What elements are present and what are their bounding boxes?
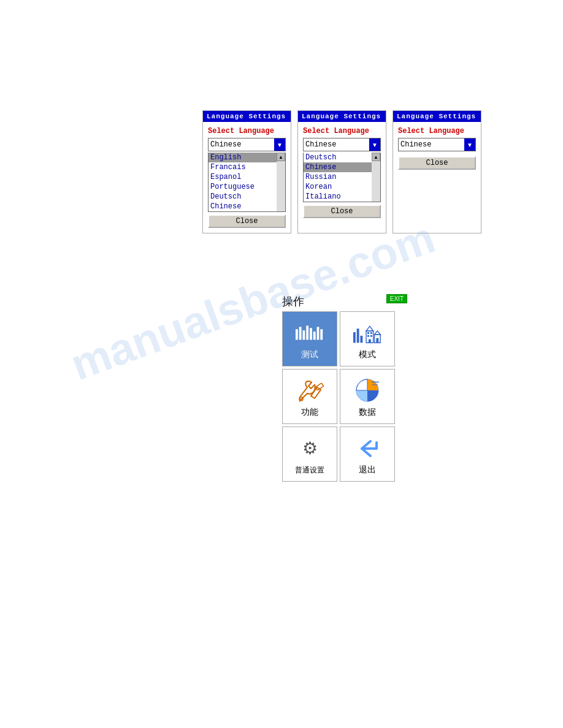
panel-1-item-chinese[interactable]: Chinese: [209, 202, 277, 211]
svg-rect-5: [313, 332, 316, 339]
panel-2-listbox: Deutsch Chinese Russian Korean Italiano …: [303, 153, 381, 202]
svg-rect-1: [299, 327, 302, 339]
panel-2-scroll-up[interactable]: ▲: [372, 153, 380, 161]
panel-3-close-button[interactable]: Close: [398, 156, 476, 170]
panel-2-item-deutsch[interactable]: Deutsch: [304, 153, 372, 162]
panel-1-scroll-track: [277, 161, 285, 211]
function-label: 功能: [301, 407, 318, 418]
function-icon: [294, 375, 325, 406]
svg-rect-6: [317, 327, 320, 339]
svg-rect-2: [302, 330, 305, 339]
svg-rect-20: [376, 338, 378, 343]
settings-text-icon: ⚙: [302, 438, 318, 458]
settings-label: 普通设置: [295, 465, 324, 476]
panel-2-item-russian[interactable]: Russian: [304, 172, 372, 182]
svg-rect-9: [357, 328, 359, 343]
back-icon: [352, 433, 383, 463]
panel-3-dropdown[interactable]: Chinese ▼: [398, 138, 476, 151]
panel-3-dropdown-arrow[interactable]: ▼: [464, 138, 475, 151]
panel-1-select-label: Select Language: [208, 127, 286, 135]
panel-1-title: Language Settings: [203, 111, 291, 122]
data-button[interactable]: 数据: [340, 369, 395, 424]
svg-rect-12: [367, 332, 369, 334]
svg-rect-3: [306, 325, 308, 339]
panel-2-select-label: Select Language: [303, 127, 381, 135]
test-label: 测试: [301, 349, 318, 360]
panel-2-selected-value: Chinese: [304, 140, 369, 150]
panel-2-close-button[interactable]: Close: [303, 205, 381, 218]
back-button[interactable]: 退出: [340, 427, 395, 482]
panel-1-selected-value: Chinese: [209, 140, 274, 150]
mode-label: 模式: [359, 349, 376, 360]
svg-rect-25: [372, 384, 378, 385]
panel-3-title: Language Settings: [393, 111, 481, 122]
panel-1-item-deutsch[interactable]: Deutsch: [209, 192, 277, 202]
language-panel-1: Language Settings Select Language Chines…: [202, 110, 291, 233]
settings-button[interactable]: ⚙ 普通设置: [282, 427, 337, 482]
panel-1-scrollbar[interactable]: ▲: [277, 153, 285, 211]
panel-1-item-english[interactable]: English: [209, 153, 277, 162]
test-icon: [294, 317, 325, 348]
svg-rect-24: [372, 381, 379, 383]
panel-2-item-korean[interactable]: Korean: [304, 182, 372, 192]
panel-2-item-italiano[interactable]: Italiano: [304, 192, 372, 202]
svg-rect-13: [370, 332, 372, 334]
exit-small-button[interactable]: EXIT: [386, 294, 407, 303]
svg-marker-17: [366, 326, 373, 331]
language-panel-2: Language Settings Select Language Chines…: [297, 110, 386, 233]
panel-2-scroll-track: [372, 161, 380, 202]
test-button[interactable]: 测试: [282, 311, 337, 366]
svg-rect-21: [315, 383, 323, 390]
function-button[interactable]: 功能: [282, 369, 337, 424]
panel-1-close-button[interactable]: Close: [208, 214, 286, 228]
language-panel-3: Language Settings Select Language Chines…: [393, 110, 481, 233]
panel-2-dropdown[interactable]: Chinese ▼: [303, 138, 381, 151]
panel-2-scrollbar[interactable]: ▲: [372, 153, 380, 202]
panel-3-select-label: Select Language: [398, 127, 476, 135]
panel-1-item-espanol[interactable]: Espanol: [209, 172, 277, 182]
operations-grid: 测试: [282, 311, 395, 482]
panel-1-dropdown[interactable]: Chinese ▼: [208, 138, 286, 151]
panel-1-item-portuguese[interactable]: Portuguese: [209, 182, 277, 192]
svg-rect-0: [296, 329, 298, 339]
svg-marker-19: [375, 331, 381, 335]
operations-title: 操作: [282, 295, 304, 308]
language-panels-container: Language Settings Select Language Chines…: [202, 110, 481, 233]
panel-3-selected-value: Chinese: [399, 140, 464, 150]
settings-icon: ⚙: [294, 433, 325, 464]
panel-1-dropdown-arrow[interactable]: ▼: [274, 138, 285, 151]
panel-2-dropdown-arrow[interactable]: ▼: [369, 138, 380, 151]
mode-button[interactable]: 模式: [340, 311, 395, 366]
panel-2-item-chinese[interactable]: Chinese: [304, 162, 372, 172]
panel-1-item-francais[interactable]: Francais: [209, 162, 277, 172]
panel-1-scroll-up[interactable]: ▲: [277, 153, 285, 161]
svg-rect-16: [369, 339, 371, 343]
back-label: 退出: [359, 464, 376, 476]
svg-rect-14: [367, 335, 369, 337]
operations-area: 操作 EXIT 测试: [282, 294, 395, 482]
svg-rect-10: [360, 336, 362, 343]
data-label: 数据: [359, 407, 376, 418]
svg-rect-4: [310, 328, 312, 339]
svg-rect-15: [370, 335, 372, 337]
svg-rect-7: [320, 329, 323, 339]
mode-icon: [352, 317, 383, 348]
panel-2-title: Language Settings: [298, 111, 386, 122]
panel-1-listbox: English Francais Espanol Portuguese Deut…: [208, 153, 286, 212]
data-icon: [352, 375, 383, 406]
svg-rect-8: [353, 332, 356, 343]
